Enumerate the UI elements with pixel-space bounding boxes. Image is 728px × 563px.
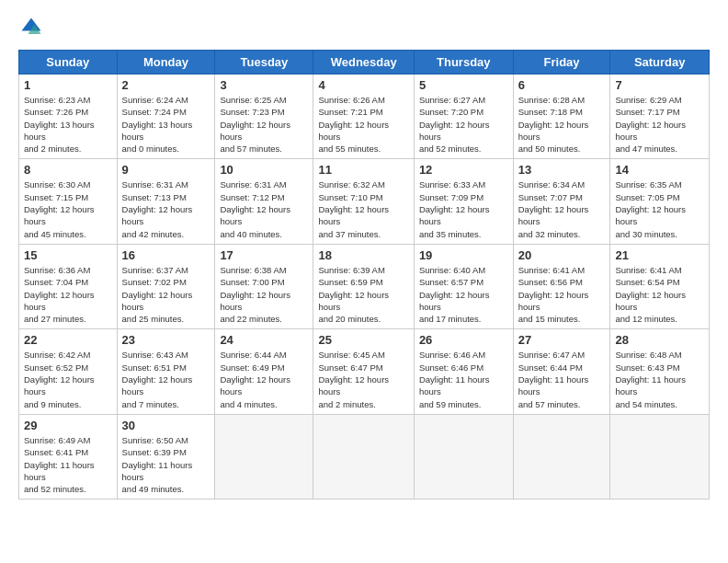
sunrise-text: Sunrise: 6:46 AM bbox=[419, 350, 485, 360]
day-info: Sunrise: 6:45 AMSunset: 6:47 PMDaylight:… bbox=[318, 349, 408, 409]
daylight-minutes-text: and 47 minutes. bbox=[615, 144, 677, 154]
sunrise-text: Sunrise: 6:41 AM bbox=[518, 265, 585, 275]
day-cell-14: 14Sunrise: 6:35 AMSunset: 7:05 PMDayligh… bbox=[610, 159, 710, 244]
day-cell-11: 11Sunrise: 6:32 AMSunset: 7:10 PMDayligh… bbox=[313, 159, 414, 244]
page: SundayMondayTuesdayWednesdayThursdayFrid… bbox=[0, 0, 728, 563]
day-number: 2 bbox=[122, 78, 210, 92]
day-info: Sunrise: 6:30 AMSunset: 7:15 PMDaylight:… bbox=[24, 178, 112, 239]
daylight-minutes-text: and 2 minutes. bbox=[24, 144, 81, 154]
day-info: Sunrise: 6:36 AMSunset: 7:04 PMDaylight:… bbox=[24, 264, 112, 325]
sunset-text: Sunset: 6:54 PM bbox=[615, 277, 679, 287]
daylight-minutes-text: and 52 minutes. bbox=[24, 484, 86, 494]
sunrise-text: Sunrise: 6:36 AM bbox=[24, 265, 90, 275]
daylight-hours-text: Daylight: 12 hours hours bbox=[220, 374, 290, 396]
day-cell-19: 19Sunrise: 6:40 AMSunset: 6:57 PMDayligh… bbox=[414, 244, 513, 328]
day-info: Sunrise: 6:47 AMSunset: 6:44 PMDaylight:… bbox=[518, 349, 606, 409]
day-number: 8 bbox=[24, 163, 112, 177]
day-info: Sunrise: 6:48 AMSunset: 6:43 PMDaylight:… bbox=[615, 349, 704, 409]
daylight-hours-text: Daylight: 12 hours hours bbox=[615, 120, 686, 142]
day-cell-13: 13Sunrise: 6:34 AMSunset: 7:07 PMDayligh… bbox=[513, 159, 610, 244]
empty-cell bbox=[215, 414, 313, 499]
daylight-minutes-text: and 55 minutes. bbox=[318, 144, 381, 154]
sunrise-text: Sunrise: 6:42 AM bbox=[24, 350, 90, 360]
day-cell-21: 21Sunrise: 6:41 AMSunset: 6:54 PMDayligh… bbox=[610, 244, 710, 328]
sunrise-text: Sunrise: 6:39 AM bbox=[318, 265, 384, 275]
daylight-minutes-text: and 2 minutes. bbox=[318, 399, 375, 409]
sunrise-text: Sunrise: 6:32 AM bbox=[318, 179, 384, 190]
daylight-minutes-text: and 9 minutes. bbox=[24, 399, 81, 409]
day-number: 5 bbox=[419, 78, 508, 92]
daylight-minutes-text: and 4 minutes. bbox=[220, 399, 277, 409]
day-info: Sunrise: 6:44 AMSunset: 6:49 PMDaylight:… bbox=[220, 349, 308, 409]
day-cell-17: 17Sunrise: 6:38 AMSunset: 7:00 PMDayligh… bbox=[215, 244, 313, 328]
daylight-hours-text: Daylight: 12 hours hours bbox=[122, 290, 193, 312]
sunrise-text: Sunrise: 6:33 AM bbox=[419, 179, 485, 190]
day-info: Sunrise: 6:34 AMSunset: 7:07 PMDaylight:… bbox=[518, 178, 606, 239]
day-number: 17 bbox=[220, 248, 308, 262]
daylight-hours-text: Daylight: 11 hours hours bbox=[122, 460, 193, 482]
daylight-hours-text: Daylight: 12 hours hours bbox=[122, 374, 193, 396]
day-cell-29: 29Sunrise: 6:49 AMSunset: 6:41 PMDayligh… bbox=[19, 414, 118, 499]
day-number: 11 bbox=[318, 163, 408, 177]
day-info: Sunrise: 6:41 AMSunset: 6:56 PMDaylight:… bbox=[518, 264, 606, 325]
day-number: 9 bbox=[122, 163, 210, 177]
day-info: Sunrise: 6:42 AMSunset: 6:52 PMDaylight:… bbox=[24, 349, 112, 409]
day-number: 16 bbox=[122, 248, 210, 262]
day-info: Sunrise: 6:49 AMSunset: 6:41 PMDaylight:… bbox=[24, 434, 112, 495]
sunrise-text: Sunrise: 6:50 AM bbox=[122, 435, 188, 445]
day-info: Sunrise: 6:23 AMSunset: 7:26 PMDaylight:… bbox=[24, 94, 112, 155]
sunset-text: Sunset: 6:41 PM bbox=[24, 447, 88, 457]
day-info: Sunrise: 6:31 AMSunset: 7:12 PMDaylight:… bbox=[220, 178, 308, 239]
weekday-header-tuesday: Tuesday bbox=[215, 51, 313, 75]
header bbox=[18, 15, 710, 40]
day-number: 30 bbox=[122, 419, 210, 432]
day-cell-27: 27Sunrise: 6:47 AMSunset: 6:44 PMDayligh… bbox=[513, 329, 610, 414]
day-number: 14 bbox=[615, 163, 704, 177]
day-cell-9: 9Sunrise: 6:31 AMSunset: 7:13 PMDaylight… bbox=[117, 159, 215, 244]
calendar-header-row: SundayMondayTuesdayWednesdayThursdayFrid… bbox=[19, 51, 710, 75]
sunset-text: Sunset: 7:15 PM bbox=[24, 192, 88, 202]
weekday-header-monday: Monday bbox=[117, 51, 215, 75]
sunset-text: Sunset: 7:18 PM bbox=[518, 107, 583, 117]
sunrise-text: Sunrise: 6:31 AM bbox=[122, 179, 188, 190]
sunrise-text: Sunrise: 6:48 AM bbox=[615, 350, 681, 360]
sunrise-text: Sunrise: 6:44 AM bbox=[220, 350, 286, 360]
day-info: Sunrise: 6:39 AMSunset: 6:59 PMDaylight:… bbox=[318, 264, 408, 325]
day-cell-28: 28Sunrise: 6:48 AMSunset: 6:43 PMDayligh… bbox=[610, 329, 710, 414]
day-cell-1: 1Sunrise: 6:23 AMSunset: 7:26 PMDaylight… bbox=[19, 75, 118, 159]
day-cell-23: 23Sunrise: 6:43 AMSunset: 6:51 PMDayligh… bbox=[117, 329, 215, 414]
sunset-text: Sunset: 7:00 PM bbox=[220, 277, 284, 287]
daylight-minutes-text: and 50 minutes. bbox=[518, 144, 581, 154]
sunrise-text: Sunrise: 6:25 AM bbox=[220, 95, 286, 105]
calendar-week-1: 1Sunrise: 6:23 AMSunset: 7:26 PMDaylight… bbox=[19, 75, 710, 159]
daylight-hours-text: Daylight: 12 hours hours bbox=[318, 120, 389, 142]
day-cell-18: 18Sunrise: 6:39 AMSunset: 6:59 PMDayligh… bbox=[313, 244, 414, 328]
sunset-text: Sunset: 7:04 PM bbox=[24, 277, 88, 287]
sunrise-text: Sunrise: 6:29 AM bbox=[615, 95, 681, 105]
daylight-hours-text: Daylight: 12 hours hours bbox=[24, 374, 95, 396]
day-info: Sunrise: 6:40 AMSunset: 6:57 PMDaylight:… bbox=[419, 264, 508, 325]
day-info: Sunrise: 6:27 AMSunset: 7:20 PMDaylight:… bbox=[419, 94, 508, 155]
sunset-text: Sunset: 6:44 PM bbox=[518, 362, 583, 373]
daylight-minutes-text: and 17 minutes. bbox=[419, 314, 482, 324]
day-cell-8: 8Sunrise: 6:30 AMSunset: 7:15 PMDaylight… bbox=[19, 159, 118, 244]
sunrise-text: Sunrise: 6:24 AM bbox=[122, 95, 188, 105]
day-info: Sunrise: 6:41 AMSunset: 6:54 PMDaylight:… bbox=[615, 264, 704, 325]
daylight-minutes-text: and 57 minutes. bbox=[518, 399, 581, 409]
daylight-hours-text: Daylight: 12 hours hours bbox=[419, 290, 490, 312]
sunset-text: Sunset: 7:21 PM bbox=[318, 107, 382, 117]
sunset-text: Sunset: 7:26 PM bbox=[24, 107, 88, 117]
day-cell-7: 7Sunrise: 6:29 AMSunset: 7:17 PMDaylight… bbox=[610, 75, 710, 159]
daylight-minutes-text: and 7 minutes. bbox=[122, 399, 179, 409]
day-info: Sunrise: 6:28 AMSunset: 7:18 PMDaylight:… bbox=[518, 94, 606, 155]
daylight-hours-text: Daylight: 13 hours hours bbox=[24, 120, 95, 142]
daylight-hours-text: Daylight: 12 hours hours bbox=[419, 204, 490, 226]
sunrise-text: Sunrise: 6:30 AM bbox=[24, 179, 90, 190]
weekday-header-saturday: Saturday bbox=[610, 51, 710, 75]
sunset-text: Sunset: 6:43 PM bbox=[615, 362, 679, 373]
daylight-hours-text: Daylight: 11 hours hours bbox=[615, 374, 686, 396]
calendar-week-5: 29Sunrise: 6:49 AMSunset: 6:41 PMDayligh… bbox=[19, 414, 710, 499]
day-number: 4 bbox=[318, 78, 408, 92]
daylight-minutes-text: and 52 minutes. bbox=[419, 144, 482, 154]
daylight-hours-text: Daylight: 12 hours hours bbox=[24, 204, 95, 226]
